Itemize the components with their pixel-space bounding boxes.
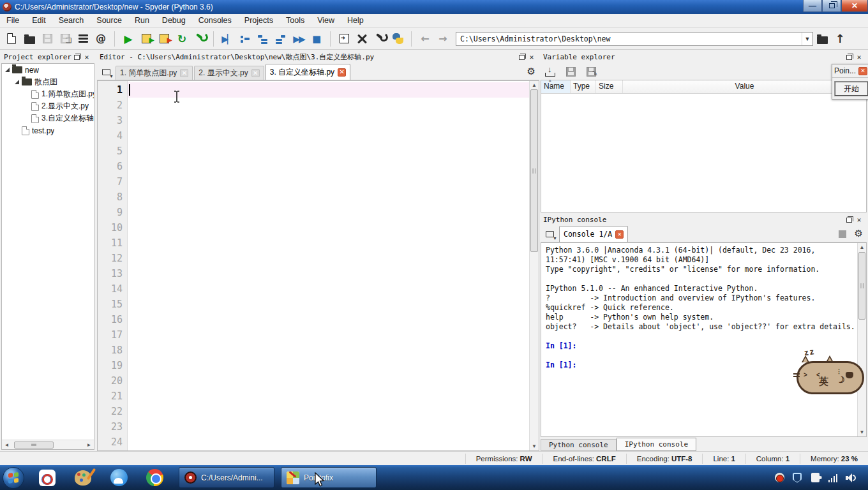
column-header-value[interactable]: Value (623, 80, 866, 93)
volume-icon[interactable] (845, 472, 857, 484)
tree-item[interactable]: 2.显示中文.py (2, 100, 94, 112)
menu-projects[interactable]: Projects (238, 14, 280, 27)
taskbar-button-pointofix[interactable]: Pointofix (281, 467, 377, 488)
scroll-right-icon[interactable]: ► (84, 442, 94, 448)
tree-item[interactable]: new (2, 64, 94, 76)
run-button[interactable]: ▶ (119, 31, 137, 47)
scroll-down-icon[interactable]: ▼ (530, 443, 539, 449)
quick-launch-app1[interactable] (38, 468, 57, 487)
import-data-button[interactable] (543, 64, 557, 78)
save-data-as-button[interactable]: ✎ (584, 64, 598, 78)
preferences-button[interactable] (371, 31, 389, 47)
recorder-tray-icon[interactable] (774, 472, 785, 484)
debug-button[interactable]: ▶▏ (218, 31, 236, 47)
menu-edit[interactable]: Edit (26, 14, 52, 27)
taskbar-button-spyder[interactable]: C:/Users/Admini... (179, 467, 274, 488)
stop-debug-button[interactable]: ■ (308, 31, 326, 47)
hardware-plug-icon[interactable] (809, 472, 821, 484)
code-editor[interactable] (128, 81, 529, 450)
menu-help[interactable]: Help (341, 14, 370, 27)
tree-item[interactable]: test.py (2, 124, 94, 137)
menu-run[interactable]: Run (128, 14, 156, 27)
scroll-down-icon[interactable]: ▼ (858, 429, 866, 435)
step-into-button[interactable] (254, 31, 272, 47)
console-options-gear-icon[interactable]: ⚙ (855, 228, 863, 239)
browse-directory-button[interactable] (813, 31, 831, 47)
working-directory-input[interactable] (456, 34, 802, 43)
menu-source[interactable]: Source (90, 14, 128, 27)
browse-tabs-button[interactable] (542, 227, 557, 241)
new-file-button[interactable] (3, 31, 20, 47)
tab-close-icon[interactable]: ✕ (180, 69, 188, 77)
tab-close-icon[interactable]: ✕ (615, 230, 624, 239)
forward-button[interactable]: → (434, 31, 452, 47)
menu-debug[interactable]: Debug (156, 14, 192, 27)
popup-close-icon[interactable]: ✕ (858, 67, 867, 75)
editor-vertical-scrollbar[interactable]: ▲ ▼ (529, 81, 539, 450)
minimize-button[interactable]: — (803, 0, 822, 12)
column-header-name[interactable]: Name (541, 80, 571, 93)
file-switcher-button[interactable] (74, 31, 92, 47)
browse-tabs-button[interactable] (98, 65, 114, 79)
quick-launch-chrome[interactable] (145, 468, 164, 487)
interrupt-kernel-icon[interactable] (839, 230, 846, 238)
editor-tab-1[interactable]: 1. 简单散点图.py ✕ (116, 66, 193, 80)
tab-close-icon[interactable]: ✕ (251, 69, 260, 77)
close-pane-button[interactable]: ✕ (82, 53, 92, 62)
symbol-finder-button[interactable]: @ (92, 31, 110, 47)
close-pane-button[interactable]: ✕ (854, 53, 864, 62)
tree-item[interactable]: 3.自定义坐标轴.py (2, 112, 94, 124)
save-all-button[interactable]: ❏ (56, 31, 74, 47)
step-out-button[interactable] (272, 31, 290, 47)
save-button[interactable] (38, 31, 56, 47)
console-tab[interactable]: Console 1/A ✕ (559, 226, 628, 242)
start-button[interactable] (3, 467, 24, 489)
tree-item[interactable]: 1.简单散点图.py (2, 88, 94, 100)
open-file-button[interactable] (20, 31, 38, 47)
scroll-up-icon[interactable]: ▲ (858, 244, 866, 250)
close-pane-button[interactable]: ✕ (527, 53, 537, 62)
menu-view[interactable]: View (311, 14, 341, 27)
network-signal-icon[interactable] (827, 472, 839, 484)
save-data-button[interactable] (564, 64, 578, 78)
security-shield-icon[interactable] (791, 472, 803, 484)
python-console-tab[interactable]: Python console (541, 439, 617, 451)
rerun-cell-button[interactable]: ↻ (173, 31, 191, 47)
editor-tab-3[interactable]: 3. 自定义坐标轴.py ✕ (266, 64, 350, 80)
quick-launch-browser[interactable] (109, 468, 128, 487)
undock-button[interactable] (516, 53, 527, 62)
parent-directory-button[interactable]: ↑ (831, 31, 849, 47)
quick-launch-paint[interactable] (73, 468, 93, 487)
undock-button[interactable] (844, 53, 854, 62)
scroll-left-icon[interactable]: ◄ (2, 442, 11, 448)
scrollbar-thumb[interactable] (530, 89, 538, 252)
step-button[interactable] (236, 31, 254, 47)
console-vertical-scrollbar[interactable]: ▲ ▼ (857, 243, 866, 436)
menu-tools[interactable]: Tools (280, 14, 311, 27)
scroll-up-icon[interactable]: ▲ (530, 82, 539, 88)
scrollbar-thumb[interactable] (14, 442, 54, 449)
tab-close-icon[interactable]: ✕ (338, 68, 346, 77)
horizontal-scrollbar[interactable]: ◄ ► (2, 440, 94, 449)
run-cell-button[interactable]: ▶ (137, 31, 155, 47)
undock-button[interactable] (71, 53, 82, 62)
continue-button[interactable]: ▶▶ (290, 31, 308, 47)
column-header-type[interactable]: Type (571, 80, 596, 93)
close-button[interactable]: ✕ (841, 0, 868, 12)
pointofix-start-button[interactable]: 开始 (835, 82, 868, 96)
combo-dropdown-icon[interactable]: ▼ (802, 33, 812, 45)
tree-item[interactable]: 散点图 (2, 76, 94, 88)
fullscreen-button[interactable] (353, 31, 371, 47)
undock-button[interactable] (844, 216, 854, 225)
scrollbar-thumb[interactable] (858, 252, 865, 320)
editor-tab-2[interactable]: 2. 显示中文.py ✕ (194, 66, 264, 80)
run-settings-button[interactable] (191, 31, 209, 47)
column-header-size[interactable]: Size (596, 80, 623, 93)
back-button[interactable]: ← (416, 31, 434, 47)
ime-cat-sticker[interactable]: zz > < 英 ☽ ⋮ (797, 350, 868, 396)
expand-arrow-icon[interactable] (4, 67, 11, 73)
menu-file[interactable]: File (0, 14, 26, 27)
menu-search[interactable]: Search (52, 14, 91, 27)
python-path-button[interactable] (389, 31, 407, 47)
maximize-pane-button[interactable] (335, 31, 353, 47)
